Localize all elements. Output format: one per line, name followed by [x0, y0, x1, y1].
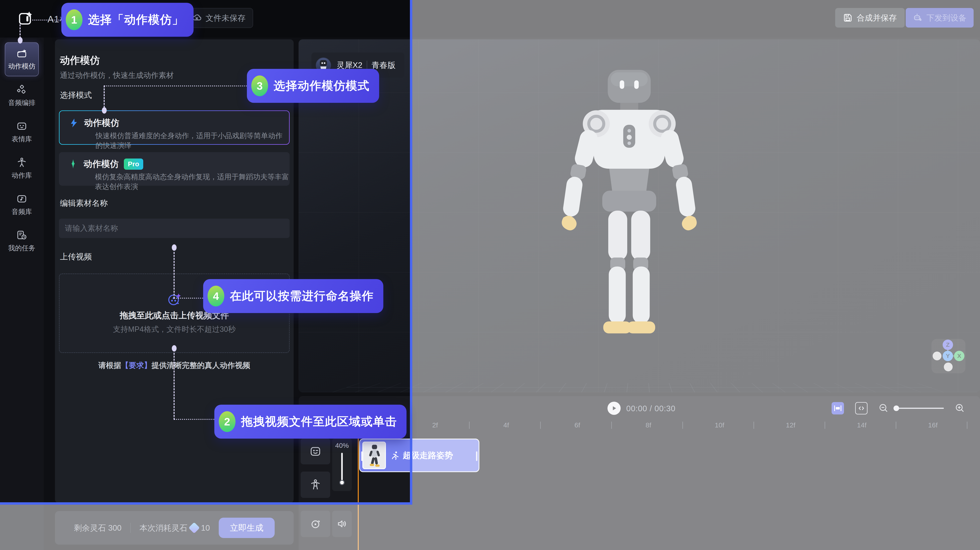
sidebar-item-audio-library[interactable]: 音频库	[2, 188, 41, 222]
connector-step3	[104, 86, 247, 86]
connector-step1	[32, 19, 61, 21]
sidebar-item-label: 音频库	[11, 207, 32, 216]
sidebar-item-label: 我的任务	[8, 244, 35, 253]
connector-step2	[174, 419, 214, 420]
upload-video-label: 上传视频	[60, 251, 92, 262]
connector-step2	[173, 353, 175, 420]
sidebar-item-label: 动作模仿	[8, 62, 35, 71]
sidebar-item-label: 音频编排	[8, 98, 35, 108]
requirement-link[interactable]: 【要求】	[121, 361, 152, 369]
connector-dot-step2	[172, 345, 177, 352]
sidebar-item-motion-imitation[interactable]: 动作模仿	[5, 42, 39, 76]
volume-slider-knob[interactable]	[339, 480, 345, 485]
mode-select-label: 选择模式	[60, 90, 92, 101]
step-number-badge: 3	[251, 76, 268, 96]
sidebar-item-label: 表情库	[11, 135, 32, 144]
expression-track-button[interactable]	[301, 438, 330, 464]
sidebar-item-action-library[interactable]: 动作库	[2, 152, 41, 185]
person-icon	[16, 157, 27, 168]
step-number-badge: 4	[208, 286, 224, 306]
step-number-badge: 1	[66, 10, 83, 30]
step-number-badge: 2	[219, 411, 235, 432]
tour-highlight-border-bottom	[0, 502, 412, 505]
material-name-label: 编辑素材名称	[60, 198, 108, 209]
tour-tooltip-step4: 4 在此可以按需进行命名操作	[203, 279, 383, 313]
divider	[367, 61, 367, 70]
connector-step3	[104, 86, 105, 108]
connector-dot-step1	[18, 37, 22, 43]
tour-tooltip-step2: 2 拖拽视频文件至此区域或单击	[214, 405, 407, 439]
lightning-bolt-icon	[68, 118, 79, 128]
music-library-icon	[16, 193, 27, 204]
mode-card-desc: 模仿复杂高精度高动态全身动作复现，适用于舞蹈功夫等丰富表达创作表演	[95, 172, 290, 192]
sidebar: 动作模仿 音频编排 表情库 动作库	[0, 38, 44, 550]
mode-card-desc: 快速模仿普通难度的全身动作，适用于小品戏剧等简单动作的快速演绎	[95, 131, 289, 151]
tour-highlight-border-right	[410, 0, 412, 505]
diamonds-icon	[16, 84, 27, 95]
app-window: A1机 文件未保存 合成并保存 下发到设备	[0, 0, 980, 550]
sidebar-item-expression-library[interactable]: 表情库	[2, 116, 41, 149]
mode-card-title: 动作模仿	[84, 117, 119, 129]
pro-badge: Pro	[124, 159, 143, 170]
material-name-input[interactable]	[59, 219, 290, 238]
runner-icon	[391, 451, 399, 460]
sidebar-item-label: 动作库	[11, 171, 32, 180]
model-edition: 青春版	[372, 60, 396, 71]
tour-dim-overlay-bottom	[0, 505, 412, 550]
tour-tooltip-step3: 3 选择动作模仿模式	[247, 69, 379, 103]
action-track-button[interactable]	[301, 472, 330, 498]
dropzone-subtitle: 支持MP4格式，文件时长不超过30秒	[113, 324, 235, 334]
app-logo-robot-icon	[19, 11, 33, 25]
clip-trim-handle-left[interactable]	[361, 452, 363, 461]
four-point-star-icon	[68, 159, 78, 169]
connector-dot-step4	[172, 244, 177, 251]
sidebar-item-audio-arrange[interactable]: 音频编排	[2, 79, 41, 113]
mode-card-title: 动作模仿	[83, 158, 119, 170]
volume-value: 40%	[332, 442, 352, 449]
file-unsaved-status[interactable]: 文件未保存	[185, 8, 253, 28]
tour-dim-overlay-right	[412, 0, 980, 550]
connector-dot-step3	[102, 107, 107, 114]
panel-subtitle: 通过动作模仿，快速生成动作素材	[60, 70, 174, 81]
volume-column: 40%	[332, 438, 352, 491]
tour-tooltip-step1: 1 选择「动作模仿」	[61, 3, 194, 37]
volume-slider-track[interactable]	[341, 453, 343, 483]
connector-step4	[174, 298, 203, 299]
connector-step1	[19, 24, 21, 38]
robot-face-icon	[16, 120, 27, 132]
unsaved-label: 文件未保存	[205, 13, 245, 24]
sidebar-item-my-tasks[interactable]: 我的任务	[2, 224, 41, 258]
mode-card-basic-selected[interactable]: 动作模仿 快速模仿普通难度的全身动作，适用于小品戏剧等简单动作的快速演绎	[59, 110, 290, 145]
clip-thumbnail	[362, 442, 386, 469]
figure-icon	[309, 479, 321, 491]
panel-title: 动作模仿	[60, 54, 100, 67]
wink-face-icon	[309, 445, 321, 457]
task-list-clock-icon	[16, 230, 27, 241]
connector-step4	[173, 252, 175, 299]
clapperboard-icon	[16, 48, 27, 59]
mode-card-pro[interactable]: 动作模仿 Pro 模仿复杂高精度高动态全身动作复现，适用于舞蹈功夫等丰富表达创作…	[59, 152, 290, 185]
